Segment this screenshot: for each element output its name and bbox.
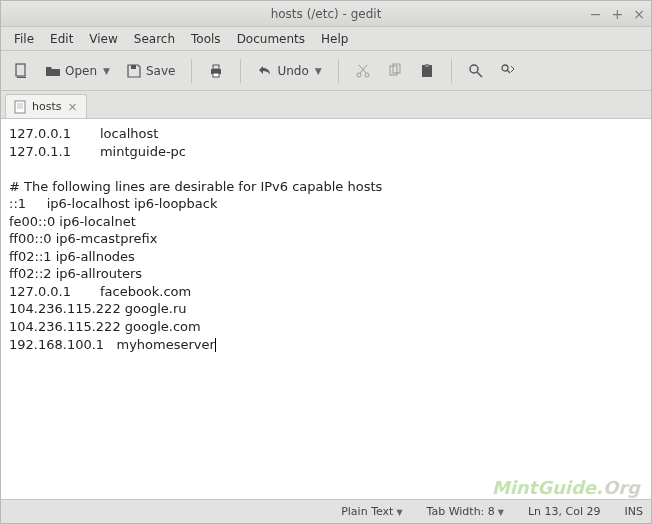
chevron-down-icon: ▼ [103, 66, 110, 76]
menu-search[interactable]: Search [127, 29, 182, 49]
menu-edit[interactable]: Edit [43, 29, 80, 49]
separator [451, 59, 452, 83]
status-cursor-pos: Ln 13, Col 29 [528, 505, 601, 518]
find-button[interactable] [462, 57, 490, 85]
save-label: Save [146, 64, 175, 78]
menu-view[interactable]: View [82, 29, 124, 49]
open-icon [45, 63, 61, 79]
menu-file[interactable]: File [7, 29, 41, 49]
find-replace-icon [500, 63, 516, 79]
new-doc-button[interactable] [7, 57, 35, 85]
file-icon [14, 100, 26, 114]
editor-area[interactable]: 127.0.0.1 localhost 127.0.1.1 mintguide-… [1, 119, 651, 499]
svg-point-11 [470, 65, 478, 73]
window-controls: − + × [590, 1, 645, 27]
print-icon [208, 63, 224, 79]
menu-tools[interactable]: Tools [184, 29, 228, 49]
svg-rect-3 [213, 65, 219, 69]
svg-rect-1 [131, 65, 136, 69]
open-button[interactable]: Open ▼ [39, 57, 116, 85]
paste-icon [419, 63, 435, 79]
save-button[interactable]: Save [120, 57, 181, 85]
tabbar: hosts × [1, 91, 651, 119]
copy-icon [387, 63, 403, 79]
tab-hosts[interactable]: hosts × [5, 94, 87, 118]
cut-button[interactable] [349, 57, 377, 85]
cut-icon [355, 63, 371, 79]
menubar: File Edit View Search Tools Documents He… [1, 27, 651, 51]
save-icon [126, 63, 142, 79]
separator [338, 59, 339, 83]
tab-label: hosts [32, 100, 61, 113]
chevron-down-icon: ▼ [315, 66, 322, 76]
svg-rect-10 [425, 64, 429, 67]
svg-rect-0 [16, 64, 25, 76]
titlebar: hosts (/etc) - gedit − + × [1, 1, 651, 27]
svg-point-6 [365, 73, 369, 77]
chevron-down-icon: ▼ [498, 508, 504, 517]
gedit-window: hosts (/etc) - gedit − + × File Edit Vie… [0, 0, 652, 524]
maximize-button[interactable]: + [612, 6, 624, 22]
undo-icon [257, 63, 273, 79]
print-button[interactable] [202, 57, 230, 85]
close-button[interactable]: × [633, 6, 645, 22]
menu-help[interactable]: Help [314, 29, 355, 49]
status-tabwidth[interactable]: Tab Width: 8▼ [427, 505, 504, 518]
editor-content: 127.0.0.1 localhost 127.0.1.1 mintguide-… [9, 126, 382, 352]
svg-point-5 [357, 73, 361, 77]
statusbar: Plain Text▼ Tab Width: 8▼ Ln 13, Col 29 … [1, 499, 651, 523]
status-language[interactable]: Plain Text▼ [341, 505, 402, 518]
window-title: hosts (/etc) - gedit [271, 7, 382, 21]
paste-button[interactable] [413, 57, 441, 85]
menu-documents[interactable]: Documents [230, 29, 312, 49]
separator [191, 59, 192, 83]
find-replace-button[interactable] [494, 57, 522, 85]
tab-close-icon[interactable]: × [67, 100, 77, 114]
undo-label: Undo [277, 64, 308, 78]
open-label: Open [65, 64, 97, 78]
text-cursor [215, 338, 216, 352]
separator [240, 59, 241, 83]
svg-rect-13 [15, 101, 25, 113]
minimize-button[interactable]: − [590, 6, 602, 22]
search-icon [468, 63, 484, 79]
toolbar: Open ▼ Save Undo ▼ [1, 51, 651, 91]
new-doc-icon [13, 63, 29, 79]
copy-button[interactable] [381, 57, 409, 85]
undo-button[interactable]: Undo ▼ [251, 57, 327, 85]
status-insert-mode: INS [625, 505, 643, 518]
chevron-down-icon: ▼ [396, 508, 402, 517]
svg-rect-4 [213, 73, 219, 77]
